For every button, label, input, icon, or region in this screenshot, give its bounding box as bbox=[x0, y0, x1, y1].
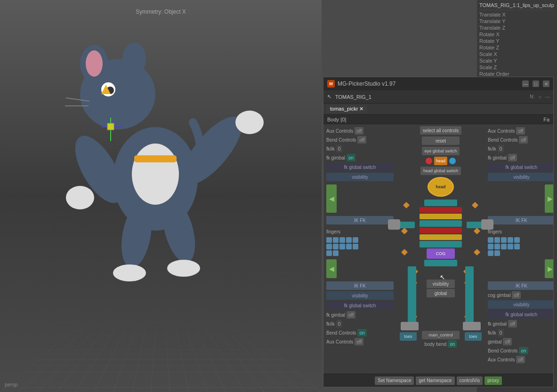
finger-dot-r[interactable] bbox=[501, 244, 507, 249]
body-bend-status[interactable]: on bbox=[448, 340, 457, 348]
eye-right-control[interactable] bbox=[449, 158, 456, 164]
close-button[interactable]: ✕ bbox=[543, 80, 549, 87]
ikfk-btn-lower-right[interactable]: IK FK bbox=[488, 281, 553, 290]
spine-red-2[interactable] bbox=[420, 228, 462, 233]
fk-gimbal-lower-right-status[interactable]: off bbox=[508, 320, 517, 328]
finger-dot-r[interactable] bbox=[488, 244, 493, 249]
arrow-right-lower[interactable]: ▶ bbox=[545, 259, 553, 278]
arrow-left-lower[interactable]: ◀ bbox=[326, 259, 337, 278]
finger-dot-r[interactable] bbox=[514, 244, 520, 249]
diamond-2[interactable] bbox=[472, 202, 478, 208]
cog-gimbal-status[interactable]: off bbox=[512, 291, 521, 299]
diamond-3[interactable] bbox=[401, 228, 408, 234]
bend-controls-status[interactable]: off bbox=[357, 136, 366, 144]
finger-dot[interactable] bbox=[333, 250, 339, 256]
head-global-switch-btn[interactable]: head global switch bbox=[420, 167, 461, 175]
finger-dot[interactable] bbox=[333, 244, 339, 249]
aux-controls-lower-right-status[interactable]: off bbox=[516, 356, 525, 363]
finger-dot-r[interactable] bbox=[488, 237, 493, 243]
finger-dot[interactable] bbox=[346, 244, 352, 249]
gimbal-status[interactable]: off bbox=[503, 338, 512, 345]
finger-dot[interactable] bbox=[346, 237, 352, 243]
eye-global-switch-btn[interactable]: eye global switch bbox=[422, 147, 460, 155]
fk-global-switch-lower-left[interactable]: fk global switch bbox=[326, 301, 394, 310]
finger-dot-r[interactable] bbox=[494, 237, 500, 243]
visibility-center-btn[interactable]: visibility bbox=[427, 280, 455, 288]
finger-dot-r[interactable] bbox=[508, 244, 513, 249]
spine-teal-3[interactable] bbox=[420, 241, 462, 248]
bend-controls-lower-right-status[interactable]: on bbox=[519, 347, 528, 354]
reset-btn[interactable]: reset bbox=[422, 136, 460, 145]
diamond-6[interactable] bbox=[474, 249, 480, 256]
set-namespace-btn[interactable]: Set Namespace bbox=[375, 376, 414, 385]
leg-teal-right[interactable] bbox=[465, 266, 474, 323]
finger-dot[interactable] bbox=[326, 250, 332, 256]
spine-teal-2[interactable] bbox=[420, 220, 462, 227]
cog-control[interactable]: COG bbox=[427, 248, 455, 259]
fk-gimbal-status[interactable]: on bbox=[347, 154, 355, 161]
spine-yellow-1[interactable] bbox=[420, 214, 462, 219]
aux-controls-lower-status[interactable]: off bbox=[355, 338, 363, 345]
bend-controls-lower-status[interactable]: on bbox=[357, 329, 366, 336]
visibility-btn-lower-left[interactable]: visibility bbox=[326, 291, 394, 300]
visibility-btn-top[interactable]: visibility bbox=[326, 173, 394, 181]
toes-right-btn[interactable]: toes bbox=[465, 332, 482, 341]
foot-left[interactable] bbox=[401, 322, 419, 330]
diamond-1[interactable] bbox=[403, 202, 410, 208]
arm-left[interactable] bbox=[398, 222, 415, 228]
finger-dot[interactable] bbox=[339, 237, 345, 243]
leg-teal-left[interactable] bbox=[408, 266, 416, 323]
finger-dot-r[interactable] bbox=[501, 237, 507, 243]
fk-gimbal-right-status[interactable]: off bbox=[508, 154, 517, 161]
fkik-lower-value[interactable]: 0 bbox=[336, 320, 343, 328]
finger-dot[interactable] bbox=[326, 237, 332, 243]
spine-teal-1[interactable] bbox=[424, 200, 457, 206]
diamond-4[interactable] bbox=[474, 228, 480, 234]
foot-right[interactable] bbox=[463, 322, 481, 330]
finger-dot[interactable] bbox=[353, 244, 358, 249]
ikfk-btn-lower-left[interactable]: IK FK bbox=[326, 281, 394, 290]
global-center-btn[interactable]: global bbox=[427, 289, 455, 297]
arrow-right-upper[interactable]: ▶ bbox=[545, 184, 553, 213]
eye-btn[interactable]: head bbox=[434, 157, 447, 165]
finger-dot-r[interactable] bbox=[494, 250, 500, 256]
finger-dot-r[interactable] bbox=[508, 237, 513, 243]
menu-icon[interactable]: ··· bbox=[545, 94, 549, 100]
finger-dot-r[interactable] bbox=[488, 250, 493, 256]
finger-dot[interactable] bbox=[333, 237, 339, 243]
aux-controls-right-status[interactable]: off bbox=[516, 127, 525, 135]
toes-left-btn[interactable]: toes bbox=[400, 332, 417, 341]
hand-left[interactable] bbox=[388, 219, 400, 230]
fkik-lower-right-value[interactable]: 0 bbox=[498, 329, 504, 336]
finger-dot-r[interactable] bbox=[514, 237, 520, 243]
fk-global-switch-btn[interactable]: fk global switch bbox=[326, 163, 394, 171]
fkik-value[interactable]: 0 bbox=[336, 145, 343, 152]
fkik-right-value[interactable]: 0 bbox=[498, 145, 504, 152]
spine-red-1[interactable] bbox=[420, 207, 462, 213]
visibility-right-lower-btn[interactable]: visibility bbox=[488, 300, 553, 309]
ikfk-btn-upper-left[interactable]: IK FK bbox=[326, 216, 394, 224]
control-vis-btn[interactable]: controlVis bbox=[457, 376, 483, 385]
maximize-button[interactable]: □ bbox=[533, 80, 539, 87]
head-control[interactable]: head bbox=[428, 177, 454, 197]
fk-global-switch-lower-right[interactable]: fk global switch bbox=[488, 310, 553, 319]
fk-gimbal-lower-status[interactable]: off bbox=[347, 311, 355, 319]
select-all-controls-btn[interactable]: select all controls bbox=[420, 126, 462, 135]
finger-dot[interactable] bbox=[353, 237, 358, 243]
tab-tomas-pickr[interactable]: tomas_pickr ✕ bbox=[326, 105, 367, 113]
hip-teal[interactable] bbox=[424, 260, 457, 266]
aux-controls-status[interactable]: off bbox=[355, 127, 363, 135]
get-namespace-btn[interactable]: get Namespace bbox=[416, 376, 454, 385]
eye-left-control[interactable] bbox=[426, 158, 432, 164]
ikfk-btn-upper-right[interactable]: IK FK bbox=[488, 216, 553, 224]
spine-yellow-2[interactable] bbox=[420, 234, 462, 240]
finger-dot-r[interactable] bbox=[494, 244, 500, 249]
finger-dot[interactable] bbox=[339, 244, 345, 249]
arrow-left-upper[interactable]: ◀ bbox=[326, 184, 337, 213]
arm-right[interactable] bbox=[467, 222, 483, 228]
hand-right[interactable] bbox=[481, 219, 493, 230]
proxy-btn[interactable]: proxy bbox=[484, 376, 501, 385]
visibility-right-top-btn[interactable]: visibility bbox=[488, 173, 553, 181]
diamond-5[interactable] bbox=[401, 249, 408, 256]
bend-controls-right-status[interactable]: off bbox=[519, 136, 528, 144]
